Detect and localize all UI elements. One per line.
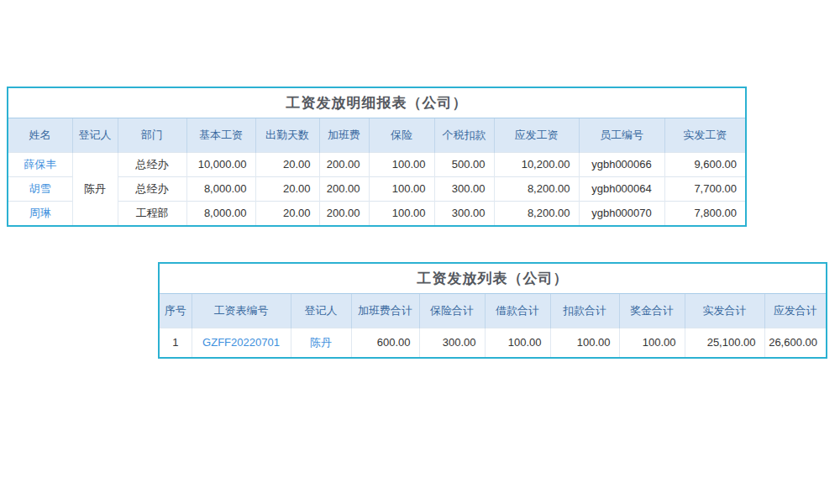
table-row: 1 GZFF20220701 陈丹 600.00 300.00 100.00 1… xyxy=(160,328,826,357)
cell-base-salary: 8,000.00 xyxy=(186,176,255,201)
cell-payable-salary: 8,200.00 xyxy=(494,201,579,225)
cell-insurance: 100.00 xyxy=(369,201,434,225)
col-header-payable-salary: 应发工资 xyxy=(494,118,579,152)
sheet-no-link[interactable]: GZFF20220701 xyxy=(202,336,280,349)
cell-bonus-total: 100.00 xyxy=(619,328,685,357)
col-header-payable-total: 应发合计 xyxy=(764,294,826,328)
cell-actual-salary: 7,800.00 xyxy=(664,201,745,225)
cell-tax-deduction: 300.00 xyxy=(434,176,494,201)
col-header-loan-total: 借款合计 xyxy=(485,294,550,328)
col-header-base-salary: 基本工资 xyxy=(186,118,255,152)
list-header-row: 序号 工资表编号 登记人 加班费合计 保险合计 借款合计 扣款合计 奖金合计 实… xyxy=(160,294,826,328)
cell-registrant: 陈丹 xyxy=(291,328,351,357)
col-header-bonus-total: 奖金合计 xyxy=(619,294,685,328)
cell-deduction-total: 100.00 xyxy=(550,328,619,357)
col-header-employee-no: 员工编号 xyxy=(579,118,664,152)
list-report-title: 工资发放列表（公司） xyxy=(160,264,826,294)
col-header-name: 姓名 xyxy=(8,118,72,152)
cell-insurance: 100.00 xyxy=(369,152,434,176)
salary-detail-table: 姓名 登记人 部门 基本工资 出勤天数 加班费 保险 个税扣款 应发工资 员工编… xyxy=(8,118,745,225)
cell-overtime-pay: 200.00 xyxy=(319,201,369,225)
col-header-tax-deduction: 个税扣款 xyxy=(434,118,494,152)
cell-overtime-pay: 200.00 xyxy=(319,176,369,201)
col-header-sheet-no: 工资表编号 xyxy=(192,294,291,328)
cell-insurance-total: 300.00 xyxy=(419,328,485,357)
col-header-overtime-total: 加班费合计 xyxy=(351,294,419,328)
cell-employee-name: 薛保丰 xyxy=(8,152,72,176)
col-header-department: 部门 xyxy=(118,118,186,152)
detail-header-row: 姓名 登记人 部门 基本工资 出勤天数 加班费 保险 个税扣款 应发工资 员工编… xyxy=(8,118,745,152)
cell-base-salary: 8,000.00 xyxy=(186,201,255,225)
col-header-actual-salary: 实发工资 xyxy=(664,118,745,152)
salary-list-report: 工资发放列表（公司） 序号 工资表编号 登记人 加班费合计 保险合计 借款合计 … xyxy=(158,262,827,359)
cell-payable-salary: 8,200.00 xyxy=(494,176,579,201)
col-header-registrant: 登记人 xyxy=(291,294,351,328)
table-row: 胡雪 总经办 8,000.00 20.00 200.00 100.00 300.… xyxy=(8,176,745,201)
cell-attendance-days: 20.00 xyxy=(255,176,319,201)
employee-name-link[interactable]: 胡雪 xyxy=(29,182,51,195)
cell-payable-total: 26,600.00 xyxy=(764,328,826,357)
col-header-actual-total: 实发合计 xyxy=(685,294,764,328)
cell-department: 工程部 xyxy=(118,201,186,225)
col-header-attendance-days: 出勤天数 xyxy=(255,118,319,152)
cell-overtime-pay: 200.00 xyxy=(319,152,369,176)
cell-attendance-days: 20.00 xyxy=(255,152,319,176)
cell-tax-deduction: 300.00 xyxy=(434,201,494,225)
table-row: 周琳 工程部 8,000.00 20.00 200.00 100.00 300.… xyxy=(8,201,745,225)
cell-employee-name: 周琳 xyxy=(8,201,72,225)
cell-employee-name: 胡雪 xyxy=(8,176,72,201)
col-header-insurance-total: 保险合计 xyxy=(419,294,485,328)
cell-employee-no: ygbh000066 xyxy=(579,152,664,176)
cell-employee-no: ygbh000070 xyxy=(579,201,664,225)
cell-payable-salary: 10,200.00 xyxy=(494,152,579,176)
col-header-index: 序号 xyxy=(160,294,192,328)
detail-report-title: 工资发放明细报表（公司） xyxy=(8,88,745,118)
table-row: 薛保丰 陈丹 总经办 10,000.00 20.00 200.00 100.00… xyxy=(8,152,745,176)
cell-actual-salary: 7,700.00 xyxy=(664,176,745,201)
cell-department: 总经办 xyxy=(118,152,186,176)
col-header-overtime-pay: 加班费 xyxy=(319,118,369,152)
cell-sheet-no: GZFF20220701 xyxy=(192,328,291,357)
cell-registrant-merged: 陈丹 xyxy=(72,152,118,225)
cell-loan-total: 100.00 xyxy=(485,328,550,357)
cell-department: 总经办 xyxy=(118,176,186,201)
cell-overtime-total: 600.00 xyxy=(351,328,419,357)
cell-actual-total: 25,100.00 xyxy=(685,328,764,357)
salary-detail-report: 工资发放明细报表（公司） 姓名 登记人 部门 基本工资 出勤天数 加班费 保险 … xyxy=(7,87,747,227)
col-header-deduction-total: 扣款合计 xyxy=(550,294,619,328)
employee-name-link[interactable]: 薛保丰 xyxy=(24,158,56,171)
employee-name-link[interactable]: 周琳 xyxy=(29,207,51,219)
cell-employee-no: ygbh000064 xyxy=(579,176,664,201)
col-header-insurance: 保险 xyxy=(369,118,434,152)
registrant-link[interactable]: 陈丹 xyxy=(310,336,332,349)
col-header-registrant: 登记人 xyxy=(72,118,118,152)
cell-base-salary: 10,000.00 xyxy=(186,152,255,176)
cell-insurance: 100.00 xyxy=(369,176,434,201)
salary-list-table: 序号 工资表编号 登记人 加班费合计 保险合计 借款合计 扣款合计 奖金合计 实… xyxy=(160,294,826,357)
cell-tax-deduction: 500.00 xyxy=(434,152,494,176)
cell-index: 1 xyxy=(160,328,192,357)
cell-actual-salary: 9,600.00 xyxy=(664,152,745,176)
cell-attendance-days: 20.00 xyxy=(255,201,319,225)
